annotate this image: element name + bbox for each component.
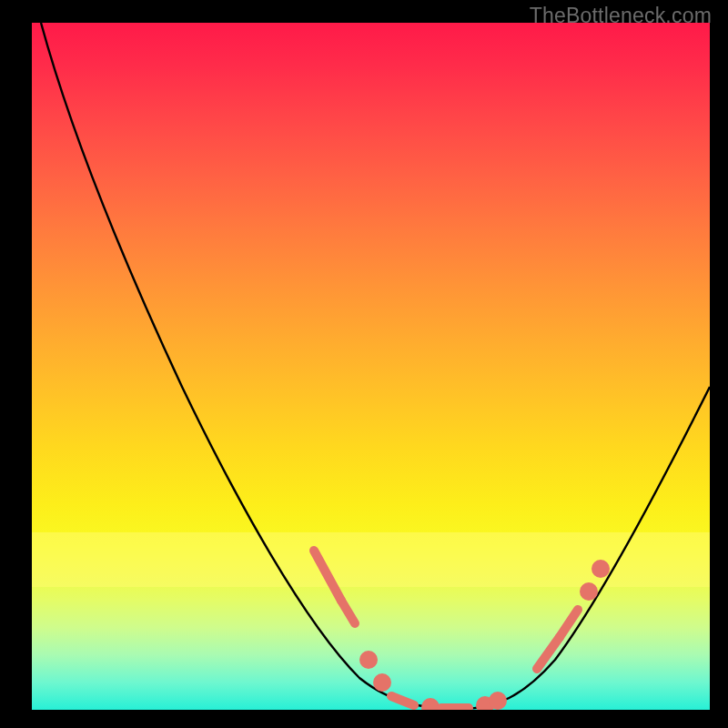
svg-point-3 [378, 678, 387, 687]
svg-point-5 [426, 703, 435, 710]
curve-path [41, 23, 710, 709]
plot-area [32, 23, 710, 710]
svg-line-9 [537, 637, 560, 669]
bottleneck-curve [32, 23, 710, 710]
svg-line-4 [391, 696, 414, 705]
svg-point-7 [480, 701, 490, 710]
svg-line-1 [341, 601, 355, 623]
svg-point-12 [596, 564, 605, 573]
watermark-text: TheBottleneck.com [530, 4, 712, 28]
svg-point-8 [493, 696, 502, 705]
svg-line-0 [314, 551, 341, 601]
svg-point-2 [364, 655, 373, 664]
highlight-points [314, 551, 605, 710]
chart-frame: TheBottleneck.com [0, 0, 728, 728]
svg-point-11 [584, 587, 593, 596]
